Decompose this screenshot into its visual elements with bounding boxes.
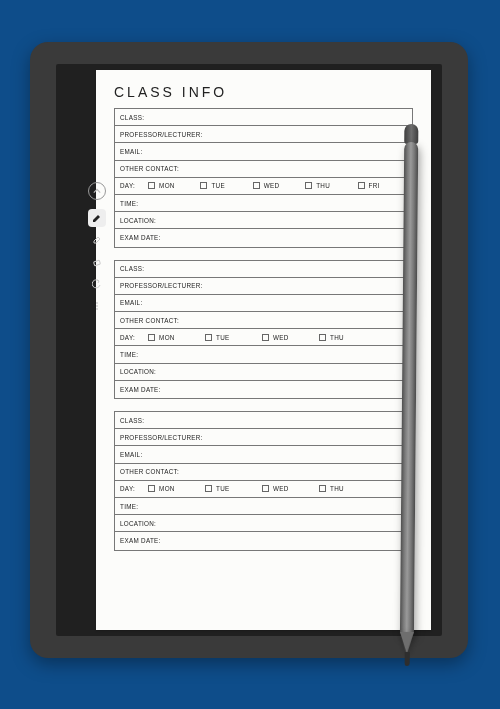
svg-point-3 (96, 308, 98, 310)
checkbox-icon (262, 485, 269, 492)
day-option-mon[interactable]: MON (148, 485, 202, 492)
class-label: CLASS: (120, 417, 144, 424)
location-label: LOCATION: (120, 217, 156, 224)
other_contact-row[interactable]: OTHER CONTACT: (115, 464, 412, 481)
checkbox-icon (148, 485, 155, 492)
other_contact-label: OTHER CONTACT: (120, 317, 179, 324)
email-row[interactable]: EMAIL: (115, 143, 412, 160)
checkbox-icon (305, 182, 312, 189)
toolbar-separator (87, 204, 107, 205)
exam_date-row[interactable]: EXAM DATE: (115, 381, 412, 398)
class-info-block: CLASS:PROFESSOR/LECTURER:EMAIL:OTHER CON… (114, 260, 413, 400)
professor-row[interactable]: PROFESSOR/LECTURER: (115, 126, 412, 143)
day-label: DAY: (120, 334, 135, 341)
day-option-thu[interactable]: THU (319, 334, 373, 341)
pen-icon (92, 213, 102, 223)
day-name: TUE (216, 485, 230, 492)
day-row: DAY:MONTUEWEDTHUFRI (115, 178, 412, 195)
day-name: TUE (216, 334, 230, 341)
day-option-mon[interactable]: MON (148, 334, 202, 341)
toolbar-undo-button[interactable] (88, 275, 106, 293)
day-option-thu[interactable]: THU (319, 485, 373, 492)
email-row[interactable]: EMAIL: (115, 446, 412, 463)
professor-label: PROFESSOR/LECTURER: (120, 131, 203, 138)
day-option-tue[interactable]: TUE (205, 334, 259, 341)
location-row[interactable]: LOCATION: (115, 212, 412, 229)
email-row[interactable]: EMAIL: (115, 295, 412, 312)
day-option-wed[interactable]: WED (262, 485, 316, 492)
toolbar-pen-button[interactable] (88, 209, 106, 227)
checkbox-icon (358, 182, 365, 189)
other_contact-row[interactable]: OTHER CONTACT: (115, 161, 412, 178)
day-name: MON (159, 485, 175, 492)
exam_date-row[interactable]: EXAM DATE: (115, 229, 412, 246)
chevron-up-icon (93, 187, 101, 195)
toolbar-highlighter-button[interactable] (88, 231, 106, 249)
checkbox-icon (319, 485, 326, 492)
class-info-block: CLASS:PROFESSOR/LECTURER:EMAIL:OTHER CON… (114, 411, 413, 551)
page-title: CLASS INFO (114, 84, 413, 100)
location-label: LOCATION: (120, 368, 156, 375)
day-name: TUE (211, 182, 225, 189)
exam_date-label: EXAM DATE: (120, 537, 161, 544)
checkbox-icon (205, 485, 212, 492)
other_contact-row[interactable]: OTHER CONTACT: (115, 312, 412, 329)
class-info-block: CLASS:PROFESSOR/LECTURER:EMAIL:OTHER CON… (114, 108, 413, 248)
tablet-screen: CLASS INFO CLASS:PROFESSOR/LECTURER:EMAI… (56, 64, 442, 636)
day-row: DAY:MONTUEWEDTHU (115, 481, 412, 498)
email-label: EMAIL: (120, 299, 142, 306)
toolbar-more-button[interactable] (88, 297, 106, 315)
professor-label: PROFESSOR/LECTURER: (120, 282, 203, 289)
day-name: FRI (369, 182, 380, 189)
undo-icon (92, 279, 102, 289)
time-label: TIME: (120, 200, 138, 207)
day-name: THU (316, 182, 330, 189)
day-name: MON (159, 182, 175, 189)
day-option-tue[interactable]: TUE (205, 485, 259, 492)
exam_date-label: EXAM DATE: (120, 234, 161, 241)
checkbox-icon (148, 334, 155, 341)
email-label: EMAIL: (120, 451, 142, 458)
day-label: DAY: (120, 182, 135, 189)
day-option-fri[interactable]: FRI (358, 182, 407, 189)
day-option-mon[interactable]: MON (148, 182, 197, 189)
class-row[interactable]: CLASS: (115, 109, 412, 126)
class-label: CLASS: (120, 265, 144, 272)
toolbar (87, 182, 107, 315)
exam_date-row[interactable]: EXAM DATE: (115, 532, 412, 549)
professor-label: PROFESSOR/LECTURER: (120, 434, 203, 441)
time-row[interactable]: TIME: (115, 195, 412, 212)
other_contact-label: OTHER CONTACT: (120, 468, 179, 475)
svg-point-1 (96, 302, 98, 304)
svg-point-2 (96, 305, 98, 307)
exam_date-label: EXAM DATE: (120, 386, 161, 393)
location-row[interactable]: LOCATION: (115, 364, 412, 381)
other_contact-label: OTHER CONTACT: (120, 165, 179, 172)
day-name: WED (264, 182, 280, 189)
day-option-thu[interactable]: THU (305, 182, 354, 189)
email-label: EMAIL: (120, 148, 142, 155)
day-label: DAY: (120, 485, 135, 492)
toolbar-collapse-button[interactable] (88, 182, 106, 200)
class-row[interactable]: CLASS: (115, 412, 412, 429)
class-row[interactable]: CLASS: (115, 261, 412, 278)
checkbox-icon (262, 334, 269, 341)
document-page: CLASS INFO CLASS:PROFESSOR/LECTURER:EMAI… (96, 70, 431, 630)
professor-row[interactable]: PROFESSOR/LECTURER: (115, 429, 412, 446)
professor-row[interactable]: PROFESSOR/LECTURER: (115, 278, 412, 295)
location-row[interactable]: LOCATION: (115, 515, 412, 532)
time-label: TIME: (120, 351, 138, 358)
day-option-tue[interactable]: TUE (200, 182, 249, 189)
time-row[interactable]: TIME: (115, 346, 412, 363)
time-label: TIME: (120, 503, 138, 510)
stylus-cone (400, 632, 414, 654)
day-option-wed[interactable]: WED (253, 182, 302, 189)
day-name: THU (330, 334, 344, 341)
day-name: WED (273, 485, 289, 492)
time-row[interactable]: TIME: (115, 498, 412, 515)
checkbox-icon (205, 334, 212, 341)
day-option-wed[interactable]: WED (262, 334, 316, 341)
toolbar-eraser-button[interactable] (88, 253, 106, 271)
day-row: DAY:MONTUEWEDTHU (115, 329, 412, 346)
checkbox-icon (200, 182, 207, 189)
